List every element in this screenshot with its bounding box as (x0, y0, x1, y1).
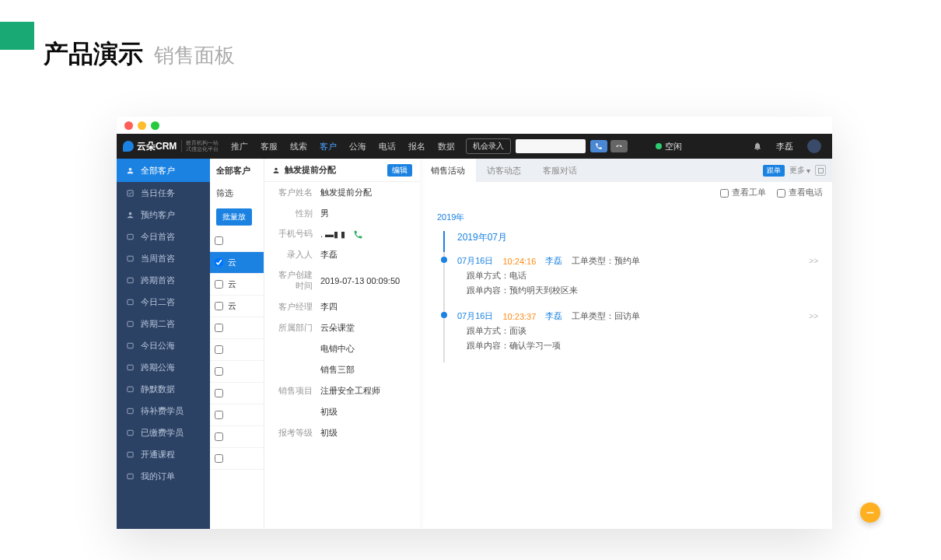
table-row[interactable] (210, 383, 264, 404)
status-indicator[interactable]: 空闲 (656, 141, 682, 152)
status-label: 空闲 (665, 141, 682, 152)
window-titlebar (117, 117, 832, 134)
sidebar-item-cross-sea[interactable]: 跨期公海 (117, 356, 210, 378)
sidebar-item-today-first[interactable]: 今日首咨 (117, 226, 210, 247)
search-input[interactable] (516, 139, 586, 153)
sidebar-item-orders[interactable]: 我的订单 (117, 465, 210, 487)
table-row[interactable]: 云 (210, 296, 264, 317)
filter-tickets-checkbox[interactable] (720, 189, 729, 198)
sidebar-item-courses[interactable]: 开通课程 (117, 443, 210, 465)
sidebar-item-cross-first[interactable]: 跨期首咨 (117, 269, 210, 291)
edit-button[interactable]: 编辑 (387, 164, 412, 177)
sidebar-head[interactable]: 全部客户 (117, 159, 210, 182)
sidebar-item-week-first[interactable]: 当周首咨 (117, 247, 210, 269)
row-checkbox[interactable] (215, 454, 223, 463)
expand-icon[interactable] (815, 165, 826, 176)
table-row[interactable] (210, 448, 264, 470)
nav-customers[interactable]: 客户 (313, 134, 343, 159)
field-entry: 李磊 (320, 249, 338, 261)
row-checkbox[interactable] (215, 302, 223, 310)
batch-button[interactable]: 批量放 (216, 208, 252, 226)
entry-user: 李磊 (545, 255, 562, 267)
row-checkbox[interactable] (215, 411, 223, 419)
minimize-icon[interactable] (138, 121, 146, 130)
svg-rect-3 (128, 256, 133, 261)
sidebar-item-paid[interactable]: 已缴费学员 (117, 422, 210, 443)
row-checkbox[interactable] (215, 432, 223, 441)
logo[interactable]: 云朵CRM 教育机构一站式信息化平台 (117, 134, 225, 159)
sidebar-item-label: 跨期首咨 (141, 275, 175, 286)
user-name[interactable]: 李磊 (776, 141, 793, 152)
slide-subtitle: 销售面板 (154, 42, 235, 69)
table-row[interactable] (210, 339, 264, 361)
slide-title: 产品演示 (44, 37, 143, 72)
table-row[interactable]: 云 (210, 252, 264, 274)
sidebar-item-today-tasks[interactable]: 当日任务 (117, 182, 210, 204)
activity-tabs: 销售活动 访客动态 客服对话 跟单 更多▾ (420, 159, 832, 182)
sidebar-item-cross-second[interactable]: 跨期二咨 (117, 313, 210, 334)
person-icon (272, 166, 280, 174)
select-all-checkbox[interactable] (215, 236, 223, 245)
bell-icon[interactable] (753, 142, 762, 151)
row-checkbox[interactable] (215, 389, 223, 397)
entry-type: 工单类型：预约单 (572, 255, 640, 267)
timeline-month: 2019年07月 (457, 231, 821, 244)
table-row[interactable] (210, 361, 264, 383)
tab-service-chat[interactable]: 客服对话 (532, 159, 588, 182)
svg-rect-2 (128, 234, 133, 239)
sidebar-item-today-sea[interactable]: 今日公海 (117, 334, 210, 356)
sidebar-item-silent[interactable]: 静默数据 (117, 378, 210, 400)
row-checkbox[interactable] (215, 280, 223, 289)
table-row[interactable]: 云 (210, 274, 264, 296)
tab-sales-activity[interactable]: 销售活动 (420, 159, 476, 182)
maximize-icon[interactable] (151, 121, 159, 130)
sidebar-item-label: 跨期公海 (141, 362, 175, 373)
entry-line: 跟单内容：确认学习一项 (457, 337, 821, 352)
timeline: 2019年 2019年07月 07月16日 10:24:16 李磊 工单类型：预… (420, 204, 832, 362)
sidebar-item-label: 今日首咨 (141, 231, 175, 243)
row-checkbox[interactable] (215, 367, 223, 376)
timeline-entry[interactable]: 07月16日 10:24:16 李磊 工单类型：预约单 >> 跟单方式：电话 跟… (443, 252, 821, 307)
sidebar-item-appoint[interactable]: 预约客户 (117, 204, 210, 226)
sidebar: 全部客户 当日任务 预约客户 今日首咨 当周首咨 跨期首咨 今日二咨 跨期二咨 … (117, 159, 210, 529)
nav-signup[interactable]: 报名 (402, 134, 432, 159)
sidebar-item-today-second[interactable]: 今日二咨 (117, 291, 210, 313)
avatar[interactable] (807, 139, 821, 153)
row-checkbox[interactable] (215, 324, 223, 332)
nav-data[interactable]: 数据 (432, 134, 461, 159)
row-checkbox[interactable] (215, 345, 223, 354)
nav-promo[interactable]: 推广 (225, 134, 254, 159)
entry-expand-icon[interactable]: >> (809, 257, 821, 265)
close-icon[interactable] (124, 121, 133, 130)
filter-calls-checkbox[interactable] (777, 189, 785, 198)
status-dot-icon (656, 143, 662, 149)
sidebar-item-label: 当日任务 (141, 187, 175, 199)
tab-visitor[interactable]: 访客动态 (476, 159, 532, 182)
hangup-button[interactable] (610, 140, 628, 152)
svg-rect-13 (128, 474, 133, 478)
timeline-entry[interactable]: 07月16日 10:23:37 李磊 工单类型：回访单 >> 跟单方式：面谈 跟… (443, 307, 821, 362)
phone-icon[interactable] (353, 229, 363, 240)
sidebar-item-label: 开通课程 (141, 449, 175, 460)
fab-button[interactable]: − (860, 502, 880, 523)
nav-phone[interactable]: 电话 (373, 134, 402, 159)
filter-calls[interactable]: 查看电话 (777, 187, 823, 198)
filter-tickets[interactable]: 查看工单 (720, 187, 766, 198)
call-button[interactable] (590, 140, 607, 152)
nav-leads[interactable]: 线索 (284, 134, 313, 159)
svg-rect-8 (128, 365, 133, 369)
row-checkbox[interactable] (215, 258, 223, 267)
sidebar-item-unpaid[interactable]: 待补费学员 (117, 400, 210, 422)
opportunity-entry-button[interactable]: 机会录入 (466, 138, 511, 154)
table-row[interactable] (210, 404, 264, 426)
table-header-row (210, 230, 264, 252)
filter-label[interactable]: 筛选 (210, 182, 264, 204)
nav-service[interactable]: 客服 (254, 134, 284, 159)
svg-rect-9 (128, 387, 133, 391)
table-row[interactable] (210, 426, 264, 448)
table-row[interactable] (210, 317, 264, 339)
nav-sea[interactable]: 公海 (343, 134, 373, 159)
entry-expand-icon[interactable]: >> (809, 312, 821, 320)
follow-button[interactable]: 跟单 (763, 165, 785, 177)
more-button[interactable]: 更多▾ (789, 165, 810, 176)
